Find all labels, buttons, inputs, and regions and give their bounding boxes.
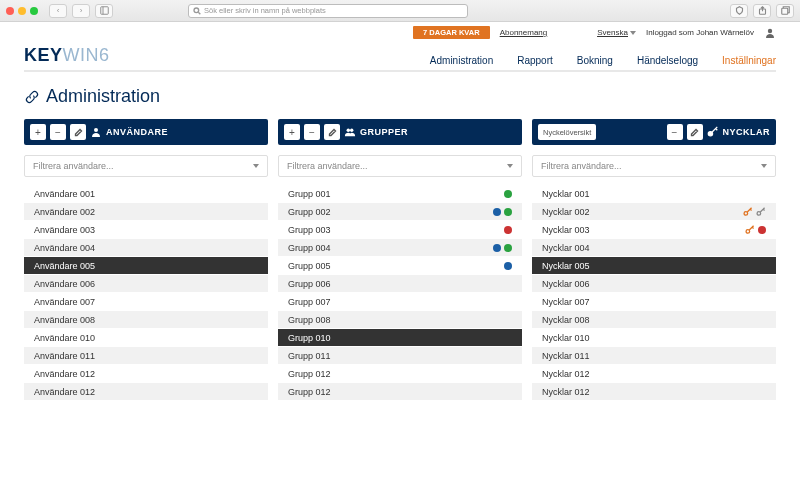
groups-row[interactable]: Grupp 001 xyxy=(278,185,522,203)
row-label: Nycklar 008 xyxy=(542,315,766,325)
nav-bokning[interactable]: Bokning xyxy=(577,55,613,66)
share-button[interactable] xyxy=(753,4,771,18)
row-label: Grupp 003 xyxy=(288,225,504,235)
groups-row[interactable]: Grupp 012 xyxy=(278,365,522,383)
shield-button[interactable] xyxy=(730,4,748,18)
nav-rapport[interactable]: Rapport xyxy=(517,55,553,66)
avatar-icon[interactable] xyxy=(764,27,776,39)
key-overview-button[interactable]: Nyckelöversikt xyxy=(538,124,596,140)
keys-row[interactable]: Nycklar 012 xyxy=(532,383,776,401)
groups-row[interactable]: Grupp 003 xyxy=(278,221,522,239)
groups-row[interactable]: Grupp 004 xyxy=(278,239,522,257)
groups-row[interactable]: Grupp 005 xyxy=(278,257,522,275)
row-label: Grupp 005 xyxy=(288,261,504,271)
status-dot xyxy=(504,244,512,252)
keys-row[interactable]: Nycklar 002 xyxy=(532,203,776,221)
status-dot xyxy=(504,208,512,216)
status-indicators xyxy=(493,208,512,216)
keys-filter[interactable]: Filtrera användare... xyxy=(532,155,776,177)
logged-in-text: Inloggad som Johan Wärnelöv xyxy=(646,28,754,37)
users-row[interactable]: Användare 001 xyxy=(24,185,268,203)
shield-icon xyxy=(735,6,744,15)
row-label: Användare 007 xyxy=(34,297,258,307)
groups-row[interactable]: Grupp 010 xyxy=(278,329,522,347)
chevron-down-icon xyxy=(761,164,767,168)
row-label: Grupp 001 xyxy=(288,189,504,199)
users-row[interactable]: Användare 012 xyxy=(24,365,268,383)
groups-filter[interactable]: Filtrera användare... xyxy=(278,155,522,177)
users-remove-button[interactable]: − xyxy=(50,124,66,140)
users-icon xyxy=(90,126,102,138)
users-add-button[interactable]: + xyxy=(30,124,46,140)
row-label: Nycklar 006 xyxy=(542,279,766,289)
row-label: Grupp 007 xyxy=(288,297,512,307)
keys-row[interactable]: Nycklar 008 xyxy=(532,311,776,329)
keys-row[interactable]: Nycklar 005 xyxy=(532,257,776,275)
status-dot xyxy=(493,208,501,216)
groups-row[interactable]: Grupp 007 xyxy=(278,293,522,311)
groups-row[interactable]: Grupp 008 xyxy=(278,311,522,329)
status-dot xyxy=(493,244,501,252)
forward-button[interactable]: › xyxy=(72,4,90,18)
nav-handelselogg[interactable]: Händelselogg xyxy=(637,55,698,66)
users-row[interactable]: Användare 004 xyxy=(24,239,268,257)
share-icon xyxy=(758,6,767,15)
keys-edit-button[interactable] xyxy=(687,124,703,140)
keys-panel-header: Nyckelöversikt − NYCKLAR xyxy=(532,119,776,145)
keys-row[interactable]: Nycklar 012 xyxy=(532,365,776,383)
users-row[interactable]: Användare 006 xyxy=(24,275,268,293)
row-icons xyxy=(745,225,766,235)
minimize-window-button[interactable] xyxy=(18,7,26,15)
users-row[interactable]: Användare 012 xyxy=(24,383,268,401)
groups-add-button[interactable]: + xyxy=(284,124,300,140)
keys-row[interactable]: Nycklar 007 xyxy=(532,293,776,311)
svg-point-13 xyxy=(746,229,750,233)
page-title: Administration xyxy=(46,86,160,107)
row-label: Nycklar 004 xyxy=(542,243,766,253)
keys-list: Nycklar 001Nycklar 002Nycklar 003Nycklar… xyxy=(532,185,776,401)
address-bar[interactable]: Sök eller skriv in namn på webbplats xyxy=(188,4,468,18)
maximize-window-button[interactable] xyxy=(30,7,38,15)
svg-point-10 xyxy=(708,132,712,136)
keys-row[interactable]: Nycklar 006 xyxy=(532,275,776,293)
users-row[interactable]: Användare 008 xyxy=(24,311,268,329)
svg-rect-0 xyxy=(100,7,108,15)
nav-administration[interactable]: Administration xyxy=(430,55,493,66)
users-edit-button[interactable] xyxy=(70,124,86,140)
groups-edit-button[interactable] xyxy=(324,124,340,140)
keys-row[interactable]: Nycklar 001 xyxy=(532,185,776,203)
language-selector[interactable]: Svenska xyxy=(597,28,636,37)
keys-panel-label: NYCKLAR xyxy=(723,127,771,137)
subscription-link[interactable]: Abonnemang xyxy=(500,28,548,37)
keys-row[interactable]: Nycklar 010 xyxy=(532,329,776,347)
back-button[interactable]: ‹ xyxy=(49,4,67,18)
row-label: Användare 006 xyxy=(34,279,258,289)
close-window-button[interactable] xyxy=(6,7,14,15)
svg-point-11 xyxy=(744,211,748,215)
keys-row[interactable]: Nycklar 003 xyxy=(532,221,776,239)
nav-installningar[interactable]: Inställningar xyxy=(722,55,776,66)
sidebar-icon xyxy=(100,6,109,15)
groups-row[interactable]: Grupp 011 xyxy=(278,347,522,365)
users-row[interactable]: Användare 007 xyxy=(24,293,268,311)
tabs-button[interactable] xyxy=(776,4,794,18)
users-filter[interactable]: Filtrera användare... xyxy=(24,155,268,177)
users-row[interactable]: Användare 010 xyxy=(24,329,268,347)
chevron-down-icon xyxy=(630,31,636,35)
users-row[interactable]: Användare 005 xyxy=(24,257,268,275)
groups-remove-button[interactable]: − xyxy=(304,124,320,140)
groups-row[interactable]: Grupp 006 xyxy=(278,275,522,293)
users-row[interactable]: Användare 003 xyxy=(24,221,268,239)
users-row[interactable]: Användare 011 xyxy=(24,347,268,365)
keys-row[interactable]: Nycklar 004 xyxy=(532,239,776,257)
sidebar-toggle-button[interactable] xyxy=(95,4,113,18)
row-label: Grupp 008 xyxy=(288,315,512,325)
pencil-icon xyxy=(74,128,83,137)
users-row[interactable]: Användare 002 xyxy=(24,203,268,221)
search-icon xyxy=(193,7,201,15)
keys-remove-button[interactable]: − xyxy=(667,124,683,140)
keys-row[interactable]: Nycklar 011 xyxy=(532,347,776,365)
groups-row[interactable]: Grupp 012 xyxy=(278,383,522,401)
row-icons xyxy=(743,207,766,217)
groups-row[interactable]: Grupp 002 xyxy=(278,203,522,221)
